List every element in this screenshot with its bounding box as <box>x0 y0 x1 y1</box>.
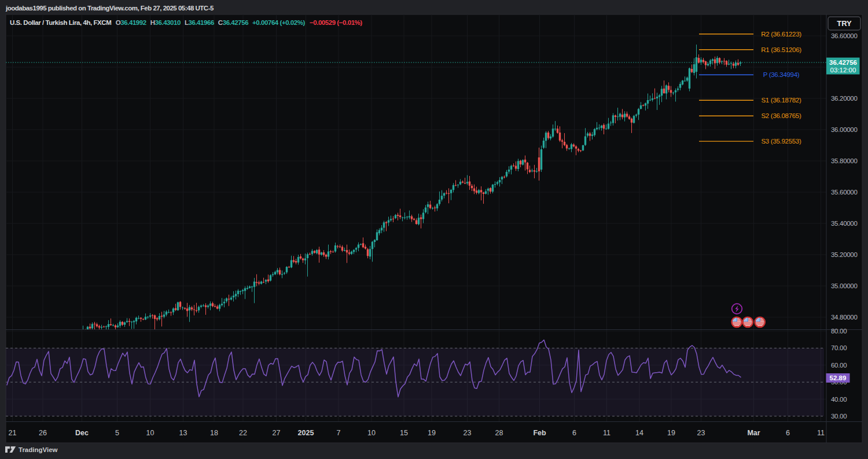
svg-text:Dec: Dec <box>75 429 89 437</box>
svg-text:19: 19 <box>428 429 436 437</box>
svg-text:40.00: 40.00 <box>831 396 847 403</box>
svg-text:19: 19 <box>667 429 675 437</box>
svg-text:R2 (36.61223): R2 (36.61223) <box>761 31 801 38</box>
svg-text:03:12:00: 03:12:00 <box>830 67 856 74</box>
svg-text:52.89: 52.89 <box>830 374 847 381</box>
svg-text:22: 22 <box>239 429 247 437</box>
svg-text:6: 6 <box>786 429 790 437</box>
svg-text:35.60000: 35.60000 <box>831 189 858 196</box>
svg-text:36.42756: 36.42756 <box>829 59 857 66</box>
svg-text:11: 11 <box>817 429 825 437</box>
svg-text:2025: 2025 <box>298 429 314 437</box>
svg-text:13: 13 <box>179 429 187 437</box>
svg-text:21: 21 <box>9 429 17 437</box>
svg-text:Feb: Feb <box>533 429 546 437</box>
svg-text:5: 5 <box>115 429 119 437</box>
svg-text:15: 15 <box>400 429 408 437</box>
svg-text:TradingView: TradingView <box>19 446 58 453</box>
svg-text:60.00: 60.00 <box>831 362 847 369</box>
svg-text:34.80000: 34.80000 <box>831 314 858 321</box>
svg-text:S1 (36.18782): S1 (36.18782) <box>762 97 801 104</box>
svg-text:S2 (36.08765): S2 (36.08765) <box>762 112 801 119</box>
svg-text:23: 23 <box>697 429 705 437</box>
svg-text:6: 6 <box>572 429 576 437</box>
svg-text:7: 7 <box>337 429 341 437</box>
svg-text:18: 18 <box>210 429 218 437</box>
svg-text:28: 28 <box>495 429 503 437</box>
svg-text:S3 (35.92553): S3 (35.92553) <box>762 138 801 145</box>
svg-text:30.00: 30.00 <box>831 413 847 420</box>
svg-text:36.00000: 36.00000 <box>831 126 858 133</box>
svg-text:35.40000: 35.40000 <box>831 220 858 227</box>
svg-text:11: 11 <box>603 429 610 437</box>
svg-text:10: 10 <box>146 429 155 437</box>
svg-text:35.20000: 35.20000 <box>831 251 858 258</box>
svg-text:80.00: 80.00 <box>831 328 847 335</box>
svg-text:10: 10 <box>367 429 376 437</box>
svg-text:27: 27 <box>273 429 281 437</box>
svg-text:14: 14 <box>635 429 643 437</box>
svg-text:Mar: Mar <box>747 429 760 437</box>
svg-text:joodabas1995 published on Trad: joodabas1995 published on TradingView.co… <box>5 5 214 12</box>
svg-text:36.60000: 36.60000 <box>831 32 858 39</box>
svg-text:35.80000: 35.80000 <box>831 157 858 164</box>
svg-text:35.00000: 35.00000 <box>831 282 858 289</box>
svg-text:U.S. Dollar / Turkish Lira, 4h: U.S. Dollar / Turkish Lira, 4h, FXCMO36.… <box>10 19 362 26</box>
svg-text:26: 26 <box>39 429 47 437</box>
svg-text:R1 (36.51206): R1 (36.51206) <box>761 46 801 53</box>
svg-text:TRY: TRY <box>837 19 852 28</box>
svg-text:70.00: 70.00 <box>831 344 847 351</box>
svg-text:P (36.34994): P (36.34994) <box>763 71 800 78</box>
svg-text:36.20000: 36.20000 <box>831 95 858 102</box>
svg-text:23: 23 <box>464 429 472 437</box>
